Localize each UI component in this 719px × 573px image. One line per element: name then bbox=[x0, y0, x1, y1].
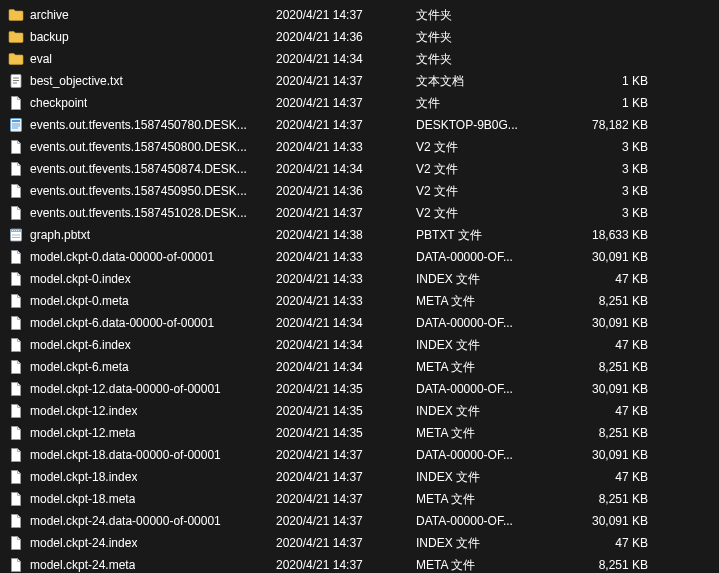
file-row[interactable]: events.out.tfevents.1587450800.DESK...20… bbox=[0, 136, 719, 158]
file-name: model.ckpt-18.data-00000-of-00001 bbox=[30, 448, 221, 462]
file-name: events.out.tfevents.1587450874.DESK... bbox=[30, 162, 247, 176]
file-size: 47 KB bbox=[556, 470, 666, 484]
file-row[interactable]: model.ckpt-0.data-00000-of-000012020/4/2… bbox=[0, 246, 719, 268]
file-date: 2020/4/21 14:37 bbox=[276, 74, 416, 88]
file-date: 2020/4/21 14:37 bbox=[276, 536, 416, 550]
file-type: DATA-00000-OF... bbox=[416, 514, 556, 528]
file-row[interactable]: model.ckpt-6.data-00000-of-000012020/4/2… bbox=[0, 312, 719, 334]
file-type: INDEX 文件 bbox=[416, 403, 556, 420]
file-row[interactable]: model.ckpt-6.meta2020/4/21 14:34META 文件8… bbox=[0, 356, 719, 378]
file-icon bbox=[8, 403, 24, 419]
file-row[interactable]: events.out.tfevents.1587450874.DESK...20… bbox=[0, 158, 719, 180]
file-name-cell: events.out.tfevents.1587450874.DESK... bbox=[8, 161, 276, 177]
file-name-cell: archive bbox=[8, 7, 276, 23]
file-name-cell: best_objective.txt bbox=[8, 73, 276, 89]
file-icon bbox=[8, 469, 24, 485]
file-icon bbox=[8, 293, 24, 309]
file-date: 2020/4/21 14:35 bbox=[276, 382, 416, 396]
file-row[interactable]: graph.pbtxt2020/4/21 14:38PBTXT 文件18,633… bbox=[0, 224, 719, 246]
file-name: events.out.tfevents.1587450950.DESK... bbox=[30, 184, 247, 198]
svg-point-12 bbox=[14, 230, 15, 231]
file-row[interactable]: model.ckpt-18.data-00000-of-000012020/4/… bbox=[0, 444, 719, 466]
file-size: 47 KB bbox=[556, 338, 666, 352]
file-icon bbox=[8, 139, 24, 155]
file-size: 30,091 KB bbox=[556, 448, 666, 462]
file-name-cell: model.ckpt-0.index bbox=[8, 271, 276, 287]
file-type: PBTXT 文件 bbox=[416, 227, 556, 244]
file-name: events.out.tfevents.1587450780.DESK... bbox=[30, 118, 247, 132]
file-name: model.ckpt-12.index bbox=[30, 404, 137, 418]
file-row[interactable]: model.ckpt-24.data-00000-of-000012020/4/… bbox=[0, 510, 719, 532]
file-date: 2020/4/21 14:37 bbox=[276, 492, 416, 506]
file-name: model.ckpt-24.meta bbox=[30, 558, 135, 572]
file-row[interactable]: model.ckpt-18.index2020/4/21 14:37INDEX … bbox=[0, 466, 719, 488]
file-size: 8,251 KB bbox=[556, 426, 666, 440]
file-name-cell: model.ckpt-18.data-00000-of-00001 bbox=[8, 447, 276, 463]
file-icon bbox=[8, 315, 24, 331]
file-row[interactable]: model.ckpt-12.meta2020/4/21 14:35META 文件… bbox=[0, 422, 719, 444]
file-row[interactable]: model.ckpt-12.index2020/4/21 14:35INDEX … bbox=[0, 400, 719, 422]
file-name: model.ckpt-0.data-00000-of-00001 bbox=[30, 250, 214, 264]
file-type: META 文件 bbox=[416, 491, 556, 508]
file-date: 2020/4/21 14:34 bbox=[276, 338, 416, 352]
file-date: 2020/4/21 14:36 bbox=[276, 184, 416, 198]
file-icon bbox=[8, 95, 24, 111]
file-size: 8,251 KB bbox=[556, 492, 666, 506]
file-name: model.ckpt-0.meta bbox=[30, 294, 129, 308]
file-date: 2020/4/21 14:37 bbox=[276, 514, 416, 528]
file-name-cell: model.ckpt-24.data-00000-of-00001 bbox=[8, 513, 276, 529]
file-row[interactable]: archive2020/4/21 14:37文件夹 bbox=[0, 4, 719, 26]
file-name: model.ckpt-0.index bbox=[30, 272, 131, 286]
file-type: V2 文件 bbox=[416, 183, 556, 200]
file-row[interactable]: backup2020/4/21 14:36文件夹 bbox=[0, 26, 719, 48]
file-type: META 文件 bbox=[416, 293, 556, 310]
file-name: model.ckpt-18.meta bbox=[30, 492, 135, 506]
file-type: INDEX 文件 bbox=[416, 337, 556, 354]
file-type: 文件夹 bbox=[416, 51, 556, 68]
file-date: 2020/4/21 14:35 bbox=[276, 426, 416, 440]
file-row[interactable]: events.out.tfevents.1587451028.DESK...20… bbox=[0, 202, 719, 224]
file-name-cell: checkpoint bbox=[8, 95, 276, 111]
file-type: INDEX 文件 bbox=[416, 271, 556, 288]
file-name-cell: model.ckpt-6.meta bbox=[8, 359, 276, 375]
file-icon bbox=[8, 557, 24, 573]
file-icon bbox=[8, 161, 24, 177]
file-name-cell: eval bbox=[8, 51, 276, 67]
file-row[interactable]: model.ckpt-0.index2020/4/21 14:33INDEX 文… bbox=[0, 268, 719, 290]
file-type: 文件夹 bbox=[416, 29, 556, 46]
file-row[interactable]: model.ckpt-24.index2020/4/21 14:37INDEX … bbox=[0, 532, 719, 554]
file-row[interactable]: model.ckpt-24.meta2020/4/21 14:37META 文件… bbox=[0, 554, 719, 573]
file-row[interactable]: eval2020/4/21 14:34文件夹 bbox=[0, 48, 719, 70]
file-name-cell: graph.pbtxt bbox=[8, 227, 276, 243]
notepad-icon bbox=[8, 227, 24, 243]
file-row[interactable]: model.ckpt-12.data-00000-of-000012020/4/… bbox=[0, 378, 719, 400]
file-type: INDEX 文件 bbox=[416, 535, 556, 552]
folder-icon bbox=[8, 7, 24, 23]
file-row[interactable]: best_objective.txt2020/4/21 14:37文本文档1 K… bbox=[0, 70, 719, 92]
file-row[interactable]: events.out.tfevents.1587450950.DESK...20… bbox=[0, 180, 719, 202]
file-row[interactable]: model.ckpt-18.meta2020/4/21 14:37META 文件… bbox=[0, 488, 719, 510]
file-size: 8,251 KB bbox=[556, 294, 666, 308]
file-date: 2020/4/21 14:34 bbox=[276, 316, 416, 330]
file-type: 文件夹 bbox=[416, 7, 556, 24]
file-row[interactable]: events.out.tfevents.1587450780.DESK...20… bbox=[0, 114, 719, 136]
file-icon bbox=[8, 425, 24, 441]
file-date: 2020/4/21 14:33 bbox=[276, 250, 416, 264]
file-date: 2020/4/21 14:37 bbox=[276, 558, 416, 572]
file-row[interactable]: model.ckpt-0.meta2020/4/21 14:33META 文件8… bbox=[0, 290, 719, 312]
file-name-cell: model.ckpt-6.index bbox=[8, 337, 276, 353]
file-date: 2020/4/21 14:37 bbox=[276, 8, 416, 22]
file-date: 2020/4/21 14:34 bbox=[276, 360, 416, 374]
file-name: model.ckpt-24.index bbox=[30, 536, 137, 550]
file-size: 3 KB bbox=[556, 206, 666, 220]
file-type: DATA-00000-OF... bbox=[416, 448, 556, 462]
file-name: model.ckpt-12.meta bbox=[30, 426, 135, 440]
file-row[interactable]: model.ckpt-6.index2020/4/21 14:34INDEX 文… bbox=[0, 334, 719, 356]
file-date: 2020/4/21 14:33 bbox=[276, 272, 416, 286]
file-row[interactable]: checkpoint2020/4/21 14:37文件1 KB bbox=[0, 92, 719, 114]
file-size: 8,251 KB bbox=[556, 558, 666, 572]
svg-point-14 bbox=[18, 230, 19, 231]
svg-rect-0 bbox=[11, 75, 21, 88]
file-list: archive2020/4/21 14:37文件夹backup2020/4/21… bbox=[0, 0, 719, 573]
file-name-cell: model.ckpt-0.meta bbox=[8, 293, 276, 309]
